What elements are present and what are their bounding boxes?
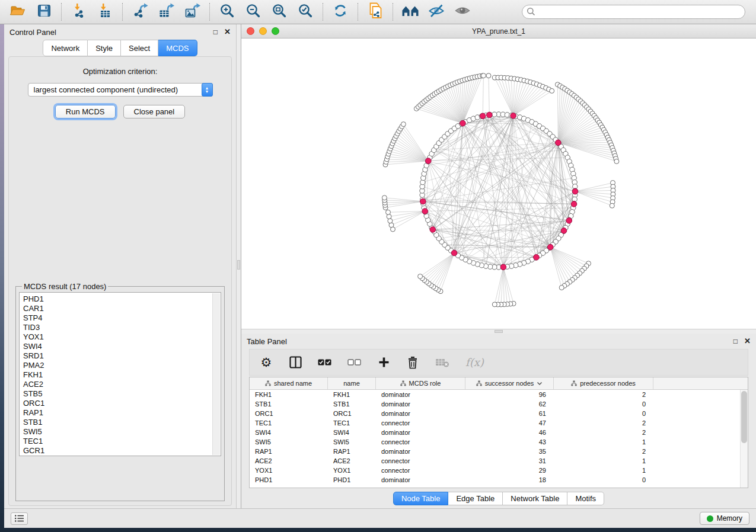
- close-window-icon[interactable]: [247, 27, 254, 35]
- mcds-list-scrollbar[interactable]: [212, 293, 220, 455]
- export-image-button[interactable]: [179, 2, 205, 22]
- close-panel-button[interactable]: Close panel: [123, 105, 186, 118]
- network-window-titlebar[interactable]: YPA_prune.txt_1: [241, 24, 756, 39]
- horizontal-splitter[interactable]: [241, 329, 756, 334]
- tab-network-table[interactable]: Network Table: [503, 492, 567, 505]
- control-panel-tabs: NetworkStyleSelectMCDS: [4, 40, 236, 56]
- search-input[interactable]: [522, 5, 745, 19]
- tab-edge-table[interactable]: Edge Table: [448, 492, 503, 505]
- table-row[interactable]: ACE2ACE2connector311: [250, 456, 748, 466]
- tab-motifs[interactable]: Motifs: [567, 492, 604, 505]
- splitter-grip[interactable]: [495, 330, 503, 333]
- save-session-button[interactable]: [31, 2, 57, 22]
- cell-shared-name: SWI4: [250, 428, 328, 437]
- table-row[interactable]: SWI5SWI5connector431: [250, 437, 748, 447]
- cell-predecessor-nodes: 2: [554, 390, 653, 399]
- cell-shared-name: ACE2: [250, 456, 328, 466]
- optimization-select[interactable]: largest connected component (undirected)…: [28, 83, 213, 97]
- minimize-window-icon[interactable]: [259, 27, 267, 35]
- mcds-result-item[interactable]: PHD1: [23, 294, 221, 304]
- scrollbar-thumb[interactable]: [741, 391, 747, 443]
- mcds-result-item[interactable]: STB1: [23, 418, 221, 427]
- table-row[interactable]: SWI4SWI4dominator462: [250, 428, 748, 437]
- main-toolbar: [0, 0, 756, 24]
- mcds-result-item[interactable]: ORC1: [23, 399, 221, 408]
- export-network-button[interactable]: [127, 2, 153, 22]
- mcds-result-item[interactable]: FKH1: [23, 370, 221, 380]
- splitter-grip[interactable]: [237, 260, 240, 270]
- mcds-result-item[interactable]: STP4: [23, 313, 221, 323]
- close-panel-icon[interactable]: ✕: [224, 28, 231, 36]
- tab-network[interactable]: Network: [43, 40, 88, 56]
- first-neighbors-button[interactable]: [397, 2, 423, 22]
- hide-selected-button[interactable]: [423, 2, 449, 22]
- run-mcds-button[interactable]: Run MCDS: [55, 105, 116, 118]
- attribute-icon: [265, 380, 271, 386]
- delete-column-button[interactable]: [406, 355, 419, 370]
- mcds-result-item[interactable]: GCR1: [23, 446, 221, 456]
- vertical-splitter[interactable]: [236, 24, 241, 508]
- mcds-result-item[interactable]: TID3: [23, 323, 221, 332]
- deselect-all-button[interactable]: [347, 355, 361, 370]
- mcds-result-item[interactable]: STB5: [23, 389, 221, 399]
- mcds-result-item[interactable]: SWI4: [23, 342, 221, 351]
- mcds-result-item[interactable]: PMA2: [23, 361, 221, 370]
- tab-select[interactable]: Select: [121, 40, 158, 56]
- network-graph[interactable]: [241, 39, 756, 329]
- column-header-successor-nodes[interactable]: successor nodes: [465, 377, 554, 389]
- network-canvas[interactable]: [241, 39, 756, 329]
- column-header-shared-name[interactable]: shared name: [250, 377, 328, 389]
- tab-node-table[interactable]: Node Table: [393, 492, 449, 505]
- import-table-button[interactable]: [92, 2, 118, 22]
- tab-mcds[interactable]: MCDS: [158, 40, 197, 56]
- cell-successor-nodes: 46: [465, 428, 554, 437]
- zoom-out-button[interactable]: [240, 2, 266, 22]
- mcds-result-list[interactable]: PHD1CAR1STP4TID3YOX1SWI4SRD1PMA2FKH1ACE2…: [19, 292, 221, 456]
- table-scrollbar[interactable]: [740, 390, 748, 488]
- select-all-button[interactable]: [318, 355, 331, 370]
- toolbar-separator: [209, 3, 210, 21]
- zoom-in-button[interactable]: [214, 2, 240, 22]
- mcds-result-item[interactable]: RAP1: [23, 408, 221, 418]
- column-header-name[interactable]: name: [328, 377, 376, 389]
- app-main: Control Panel □ ✕ NetworkStyleSelectMCDS…: [4, 24, 756, 508]
- mcds-result-item[interactable]: SRD1: [23, 351, 221, 361]
- column-header-predecessor-nodes[interactable]: predecessor nodes: [554, 377, 653, 389]
- table-row[interactable]: YOX1YOX1connector291: [250, 466, 748, 475]
- zoom-selected-button[interactable]: [292, 2, 318, 22]
- table-row[interactable]: STB1STB1dominator620: [250, 399, 748, 409]
- add-column-button[interactable]: [377, 355, 390, 370]
- table-row[interactable]: RAP1RAP1dominator352: [250, 447, 748, 456]
- mcds-result-item[interactable]: SWI5: [23, 427, 221, 437]
- table-row[interactable]: ORC1ORC1dominator610: [250, 409, 748, 418]
- show-all-button[interactable]: [449, 2, 476, 22]
- float-panel-icon[interactable]: □: [213, 28, 218, 36]
- mcds-result-item[interactable]: YOX1: [23, 332, 221, 342]
- memory-button[interactable]: Memory: [700, 512, 749, 525]
- table-panel-title: Table Panel: [247, 337, 287, 346]
- mcds-result-item[interactable]: CAR1: [23, 304, 221, 313]
- show-columns-button[interactable]: [289, 355, 302, 370]
- new-network-from-selection-button[interactable]: [362, 2, 388, 22]
- maximize-window-icon[interactable]: [272, 27, 279, 35]
- close-panel-icon[interactable]: ✕: [744, 338, 751, 345]
- apply-layout-button[interactable]: [327, 2, 353, 22]
- export-table-button[interactable]: [153, 2, 179, 22]
- table-tabs: Node TableEdge TableNetwork TableMotifs: [241, 488, 756, 508]
- folder-icon: [9, 4, 26, 20]
- zoom-fit-button[interactable]: [266, 2, 292, 22]
- mcds-result-item[interactable]: TEC1: [23, 437, 221, 446]
- float-panel-icon[interactable]: □: [733, 338, 738, 345]
- table-toolbar: ⚙f(x): [249, 349, 748, 376]
- table-row[interactable]: PHD1PHD1dominator180: [250, 475, 748, 485]
- column-header-MCDS-role[interactable]: MCDS role: [376, 377, 465, 389]
- cell-name: STB1: [328, 399, 376, 409]
- tab-style[interactable]: Style: [88, 40, 121, 56]
- mcds-result-item[interactable]: ACE2: [23, 380, 221, 389]
- import-network-button[interactable]: [66, 2, 92, 22]
- table-row[interactable]: TEC1TEC1connector472: [250, 418, 748, 428]
- table-settings-button[interactable]: ⚙: [260, 355, 273, 370]
- task-history-button[interactable]: [11, 512, 28, 525]
- open-file-button[interactable]: [5, 2, 31, 22]
- table-row[interactable]: FKH1FKH1dominator962: [250, 390, 748, 399]
